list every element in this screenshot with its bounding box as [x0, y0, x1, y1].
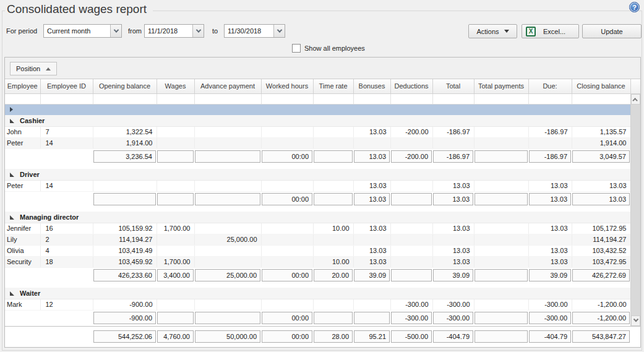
cell-wages[interactable] — [157, 126, 194, 137]
cell-closing[interactable]: 103,472.95 — [572, 256, 630, 267]
filter-cell-bonuses[interactable] — [353, 93, 390, 104]
expanded-triangle-icon[interactable] — [10, 215, 14, 220]
cell-rate[interactable] — [313, 180, 353, 191]
cell-bonuses[interactable]: 13.03 — [353, 223, 390, 234]
cell-closing[interactable]: 105,172.95 — [572, 223, 630, 234]
cell-rate[interactable] — [313, 245, 353, 256]
scrollbar-thumb[interactable] — [631, 105, 640, 316]
filter-cell-wages[interactable] — [157, 93, 194, 104]
cell-employee[interactable]: Mark — [5, 299, 40, 310]
filter-cell-payments[interactable] — [474, 93, 528, 104]
employee-row[interactable]: Peter141,914.001,914.00 — [5, 137, 630, 148]
update-button[interactable]: Update — [582, 24, 642, 38]
group-row-cell[interactable]: Managing director — [5, 212, 630, 223]
cell-opening[interactable]: -900.00 — [93, 299, 157, 310]
column-header-12[interactable]: Closing balance — [572, 79, 630, 93]
cell-advance[interactable] — [194, 223, 261, 234]
cell-rate[interactable] — [313, 126, 353, 137]
cell-due[interactable] — [528, 137, 572, 148]
column-header-11[interactable]: Due: — [528, 79, 572, 93]
scroll-down-button[interactable] — [631, 316, 640, 326]
cell-employee[interactable]: Security — [5, 256, 40, 267]
cell-closing[interactable]: 1,914.00 — [572, 137, 630, 148]
group-row[interactable]: Cashier — [5, 115, 630, 126]
cell-bonuses[interactable] — [353, 234, 390, 245]
column-header-0[interactable]: Employee — [5, 79, 40, 93]
filter-cell-id[interactable] — [40, 93, 93, 104]
cell-bonuses[interactable]: 13.03 — [353, 256, 390, 267]
cell-advance[interactable] — [194, 137, 261, 148]
column-header-10[interactable]: Total payments — [474, 79, 528, 93]
cell-bonuses[interactable]: 13.03 — [353, 245, 390, 256]
cell-deductions[interactable] — [390, 256, 432, 267]
cell-total[interactable]: -186.97 — [432, 126, 474, 137]
cell-employee[interactable]: Peter — [5, 137, 40, 148]
cell-due[interactable]: -300.00 — [528, 299, 572, 310]
cell-bonuses[interactable]: 13.03 — [353, 180, 390, 191]
cell-due[interactable]: 13.03 — [528, 256, 572, 267]
cell-worked[interactable] — [261, 245, 313, 256]
to-date-field[interactable]: 11/30/2018 — [224, 24, 285, 38]
cell-bonuses[interactable] — [353, 137, 390, 148]
cell-id[interactable]: 16 — [40, 223, 93, 234]
cell-wages[interactable]: 1,700.00 — [157, 223, 194, 234]
filter-cell-advance[interactable] — [194, 93, 261, 104]
period-dropdown-button[interactable] — [110, 25, 121, 37]
cell-employee[interactable]: Peter — [5, 180, 40, 191]
cell-worked[interactable] — [261, 299, 313, 310]
cell-id[interactable]: 14 — [40, 180, 93, 191]
filter-row[interactable] — [5, 93, 630, 104]
filter-cell-rate[interactable] — [313, 93, 353, 104]
cell-id[interactable]: 12 — [40, 299, 93, 310]
show-all-employees-checkbox[interactable] — [292, 44, 301, 53]
cell-rate[interactable] — [313, 234, 353, 245]
employee-row[interactable]: Security18103,459.921,700.0010.0013.0313… — [5, 256, 630, 267]
cell-due[interactable]: 13.03 — [528, 180, 572, 191]
filter-cell-employee[interactable] — [5, 93, 40, 104]
cell-advance[interactable] — [194, 245, 261, 256]
cell-advance[interactable] — [194, 180, 261, 191]
column-header-8[interactable]: Deductions — [390, 79, 432, 93]
column-header-9[interactable]: Total — [432, 79, 474, 93]
excel-button[interactable]: X Excel... — [522, 24, 579, 38]
cell-total[interactable]: 13.03 — [432, 180, 474, 191]
cell-deductions[interactable] — [390, 180, 432, 191]
cell-payments[interactable] — [474, 137, 528, 148]
cell-advance[interactable] — [194, 126, 261, 137]
cell-opening[interactable]: 114,194.27 — [93, 234, 157, 245]
cell-due[interactable]: 13.03 — [528, 223, 572, 234]
column-header-3[interactable]: Wages — [157, 79, 194, 93]
cell-due[interactable]: -186.97 — [528, 126, 572, 137]
filter-cell-deductions[interactable] — [390, 93, 432, 104]
employee-row[interactable]: Jennifer16105,159.921,700.0010.0013.0313… — [5, 223, 630, 234]
group-by-panel[interactable]: Position — [5, 58, 640, 79]
expanded-triangle-icon[interactable] — [10, 119, 14, 123]
group-row[interactable]: Managing director — [5, 212, 630, 223]
filter-cell-closing[interactable] — [572, 93, 630, 104]
cell-deductions[interactable] — [390, 137, 432, 148]
cell-worked[interactable] — [261, 137, 313, 148]
cell-wages[interactable] — [157, 299, 194, 310]
cell-total[interactable]: 13.03 — [432, 223, 474, 234]
cell-deductions[interactable] — [390, 223, 432, 234]
from-date-dropdown-button[interactable] — [192, 25, 204, 37]
expanded-triangle-icon[interactable] — [10, 291, 14, 296]
cell-wages[interactable] — [157, 234, 194, 245]
focused-row-cell[interactable] — [5, 104, 630, 115]
column-header-2[interactable]: Opening balance — [93, 79, 157, 93]
cell-advance[interactable]: 25,000.00 — [194, 234, 261, 245]
employee-row[interactable]: John71,322.5413.03-200.00-186.97-186.971… — [5, 126, 630, 137]
column-header-5[interactable]: Worked hours — [261, 79, 313, 93]
cell-payments[interactable] — [474, 256, 528, 267]
cell-closing[interactable]: 103,432.52 — [572, 245, 630, 256]
group-row[interactable]: Driver — [5, 169, 630, 180]
cell-id[interactable]: 14 — [40, 137, 93, 148]
group-row-cell[interactable]: Driver — [5, 169, 630, 180]
vertical-scrollbar[interactable] — [630, 94, 640, 326]
cell-closing[interactable]: 114,194.27 — [572, 234, 630, 245]
cell-opening[interactable]: 1,914.00 — [93, 137, 157, 148]
cell-opening[interactable]: 1,322.54 — [93, 126, 157, 137]
cell-id[interactable]: 18 — [40, 256, 93, 267]
cell-rate[interactable] — [313, 137, 353, 148]
column-header-4[interactable]: Advance payment — [194, 79, 261, 93]
